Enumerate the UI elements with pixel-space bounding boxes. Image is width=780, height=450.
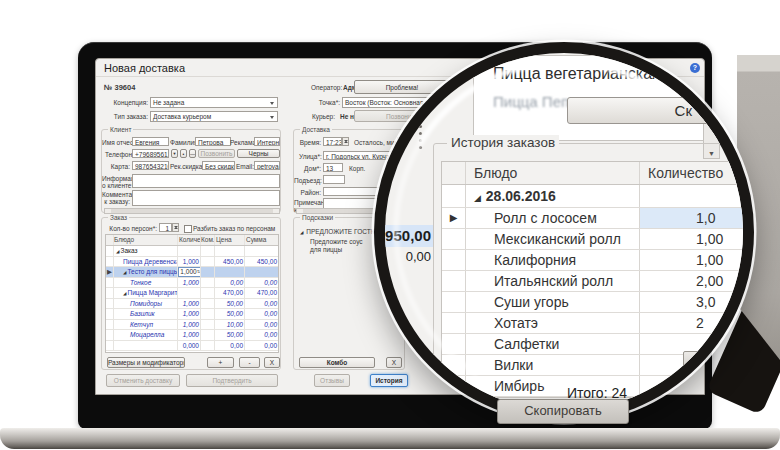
order-cell: 0,00 [245, 278, 278, 288]
entrance-input[interactable] [323, 175, 345, 184]
order-row[interactable]: 0,0000,000,00 [106, 341, 278, 352]
order-cell [201, 278, 215, 288]
card-input[interactable]: 9876543210 [132, 161, 169, 170]
concept-select[interactable]: Не задана [150, 97, 278, 108]
concept-label: Концепция: [104, 99, 148, 106]
cancel-delivery-button[interactable]: Отменить доставку [106, 374, 180, 387]
client-call-button[interactable]: Позвонить [198, 149, 235, 158]
time-input[interactable]: 17:23 [323, 137, 342, 146]
client-ad-label: Реклама: [230, 139, 252, 146]
hints-title: Подсказки [300, 214, 335, 221]
order-row[interactable]: ▶◢Тесто для пиццы S...1,000⇅ [106, 267, 278, 278]
history-cell: Салфетки [466, 334, 640, 354]
phone-remove-button[interactable]: — [189, 149, 196, 158]
order-col-comment[interactable]: Ком... [201, 235, 215, 245]
history-row[interactable]: Калифорния1,00 [442, 250, 754, 271]
phone-dropdown-button[interactable]: ▼ [171, 149, 178, 158]
phone-add-button[interactable]: • [180, 149, 187, 158]
client-surname-input[interactable]: Петрова [195, 137, 231, 146]
order-row[interactable]: Помидоры1,00050,000,00 [106, 299, 278, 310]
sizes-modifiers-button[interactable]: Размеры и модификаторы [107, 357, 185, 368]
order-row[interactable]: Пицца Деревенская1,000450,00450,00 [106, 257, 278, 268]
blacklist-button[interactable]: Черны [237, 149, 280, 158]
order-row[interactable]: Кетчуп1,00010,000,00 [106, 320, 278, 331]
order-row[interactable]: Тонкое1,0000,000,00 [106, 278, 278, 289]
order-cell [245, 267, 278, 277]
minus-item-button[interactable]: - [239, 357, 260, 368]
history-col-qty[interactable]: Количество [640, 162, 754, 184]
operator-label: Оператор: [311, 84, 342, 91]
history-col-dish[interactable]: Блюдо [466, 162, 640, 184]
korp-label: Корп. [349, 165, 365, 172]
history-button[interactable]: История [370, 374, 408, 387]
client-phone-input[interactable]: +79689561245 [132, 149, 169, 158]
client-info-input[interactable] [132, 174, 280, 188]
client-ad-input[interactable]: Интернет [254, 137, 280, 146]
order-cell: ◢Пицца Маргарита [114, 288, 178, 298]
history-row[interactable]: Суши угорь3,0 [442, 292, 754, 313]
order-row[interactable]: Базилик1,00050,000,00 [106, 309, 278, 320]
history-cell: 1,0 [640, 208, 754, 228]
order-comment-input[interactable] [132, 190, 280, 206]
client-discount-input[interactable]: Без скидки [202, 161, 235, 170]
reviews-button[interactable]: Отзывы [314, 374, 350, 387]
client-name-input[interactable]: Евгения [132, 137, 169, 146]
hints-item[interactable]: Предложите соус для пиццы [310, 238, 372, 253]
order-col-sum[interactable]: Сумма [245, 235, 278, 245]
order-cell [106, 309, 114, 319]
order-table: Блюдо Количество Ком... Цена Сумма ◢Зака… [105, 234, 279, 353]
splitter-grip-icon[interactable] [419, 125, 422, 153]
magnified-action-button[interactable]: Ск [567, 97, 739, 124]
history-cell [442, 313, 466, 333]
order-row[interactable]: ◢Пицца Маргарита470,00470,00 [106, 288, 278, 299]
order-cell [201, 267, 215, 277]
order-cell [106, 246, 114, 256]
delivery-title: Доставка [300, 126, 332, 133]
email-input[interactable]: petrova@gm [254, 161, 280, 170]
order-type-select[interactable]: Доставка курьером [150, 111, 278, 122]
add-item-button[interactable]: + [207, 357, 234, 368]
order-cell [201, 330, 215, 340]
combo-button[interactable]: Комбо [299, 357, 375, 368]
history-row[interactable]: Итальянский ролл2,00 [442, 271, 754, 292]
client-hscrollbar[interactable] [104, 208, 280, 214]
split-checkbox[interactable] [184, 225, 192, 233]
card-label: Карта: [110, 163, 130, 170]
order-col-price[interactable]: Цена [215, 235, 245, 245]
order-cell: 1,000⇅ [178, 267, 201, 277]
order-cell: Помидоры [114, 299, 178, 309]
history-date-group-row[interactable]: ◢ 28.06.2016 [442, 185, 754, 208]
time-spinner[interactable] [342, 137, 349, 146]
order-cell: 0,00 [245, 299, 278, 309]
history-row[interactable]: ▶Ролл с лососем1,0 [442, 208, 754, 229]
split-label: Разбить заказ по персонам [193, 225, 275, 232]
delete-item-button[interactable]: X [264, 357, 280, 368]
order-col-dish[interactable]: Блюдо [114, 235, 178, 245]
confirm-button[interactable]: Подтвердить [186, 374, 278, 387]
persons-spinner[interactable] [172, 223, 179, 232]
combo-x-button[interactable]: X [386, 357, 402, 368]
history-table-header: Блюдо Количество [442, 162, 754, 185]
order-cell: 450,00 [215, 257, 245, 267]
house-input[interactable]: 13 [323, 163, 343, 172]
history-cell [442, 334, 466, 354]
order-row[interactable]: Моцарелла1,00050,000,00 [106, 330, 278, 341]
help-icon[interactable]: ? [690, 63, 700, 73]
order-row[interactable]: ◢Заказ [106, 246, 278, 257]
order-col-qty[interactable]: Количество [178, 235, 201, 245]
order-cell [106, 330, 114, 340]
copy-order-button[interactable]: Скопировать [497, 399, 629, 424]
order-cell [106, 341, 114, 351]
client-phone-label: Телефон*: [105, 151, 130, 158]
order-cell [106, 320, 114, 330]
client-groupbox: Клиент Имя отчество*: Евгения Фамилия: П… [101, 129, 281, 213]
hints-group-row[interactable]: ◢ ПРЕДЛОЖИТЕ ГОСТЮ [300, 228, 377, 235]
order-total-value: 950,00 [374, 225, 433, 247]
magnified-menu-item[interactable]: Пицца вегетарианская [493, 65, 661, 83]
persons-input[interactable]: 1 [159, 223, 172, 232]
order-cell [201, 246, 215, 256]
history-row[interactable]: Салфетки [442, 334, 754, 355]
history-row[interactable]: Мексиканский ролл1,00 [442, 229, 754, 250]
history-row[interactable]: Хотатэ2 [442, 313, 754, 334]
order-cell [201, 288, 215, 298]
